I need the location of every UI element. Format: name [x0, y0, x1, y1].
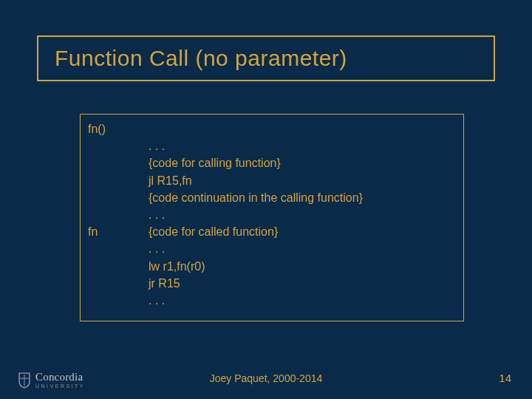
code-box: fn() . . . {code for calling function} j…	[80, 114, 464, 321]
code-label: fn	[88, 223, 149, 240]
code-text: {code for called function}	[149, 223, 456, 240]
title-box: Function Call (no parameter)	[37, 35, 495, 81]
code-text: . . .	[149, 206, 456, 223]
code-text: lw r1,fn(r0)	[149, 258, 456, 275]
code-text: . . .	[149, 292, 456, 309]
code-row: . . .	[88, 206, 456, 223]
code-label: fn()	[88, 120, 149, 137]
code-row: fn()	[88, 120, 456, 137]
code-text: jl R15,fn	[149, 172, 456, 189]
code-text: {code continuation in the calling functi…	[149, 189, 456, 206]
brand-name: Concordia	[35, 372, 85, 383]
slide-title: Function Call (no parameter)	[55, 46, 477, 71]
code-row: {code for calling function}	[88, 154, 456, 171]
page-number: 14	[499, 372, 511, 384]
code-label	[88, 258, 149, 275]
code-label	[88, 172, 149, 189]
code-text: . . .	[149, 240, 456, 257]
shield-icon	[18, 372, 31, 389]
code-label	[88, 154, 149, 171]
code-row: fn {code for called function}	[88, 223, 456, 240]
code-row: . . .	[88, 292, 456, 309]
code-label	[88, 292, 149, 309]
code-label	[88, 240, 149, 257]
code-text: . . .	[149, 137, 456, 154]
code-row: . . .	[88, 240, 456, 257]
brand-sub: UNIVERSITY	[35, 383, 85, 389]
code-row: lw r1,fn(r0)	[88, 258, 456, 275]
code-label	[88, 275, 149, 292]
brand-text: Concordia UNIVERSITY	[35, 372, 85, 389]
code-text: {code for calling function}	[149, 154, 456, 171]
code-row: . . .	[88, 137, 456, 154]
code-label	[88, 137, 149, 154]
code-label	[88, 189, 149, 206]
code-text: jr R15	[149, 275, 456, 292]
brand: Concordia UNIVERSITY	[18, 372, 85, 389]
code-text	[149, 120, 456, 137]
code-row: jr R15	[88, 275, 456, 292]
code-row: {code continuation in the calling functi…	[88, 189, 456, 206]
code-row: jl R15,fn	[88, 172, 456, 189]
code-label	[88, 206, 149, 223]
